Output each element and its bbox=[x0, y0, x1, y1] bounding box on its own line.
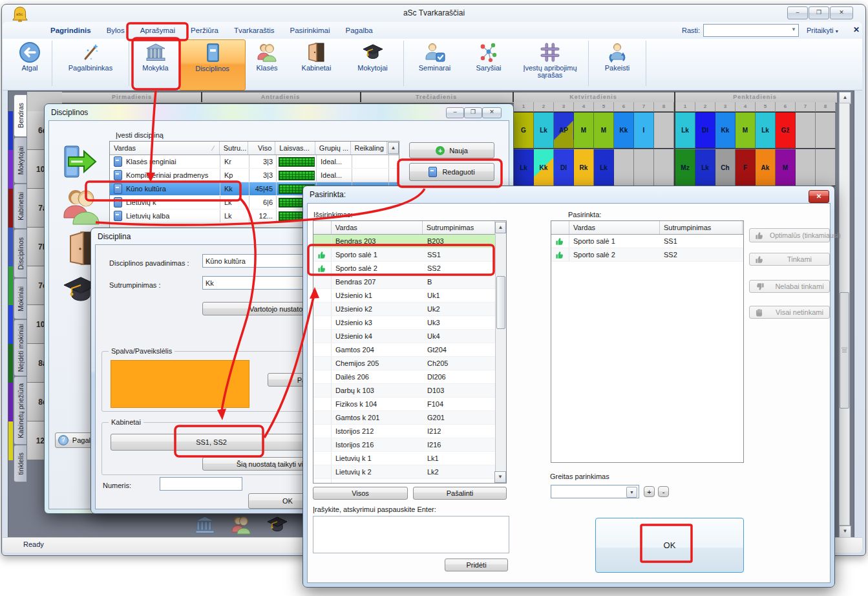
chevron-down-icon[interactable]: ▼ bbox=[626, 487, 637, 498]
column-header-5[interactable]: Grupių ... bbox=[315, 142, 351, 154]
room-row-uk4[interactable]: Užsienio k4Uk4 bbox=[313, 330, 496, 343]
all-button[interactable]: Visos bbox=[313, 487, 408, 500]
sidebar-tab-ne-d-ti-mokiniai[interactable]: Neįdėti mokiniai bbox=[14, 319, 26, 376]
column-header-sutrumpinimas[interactable]: Sutrumpinimas bbox=[660, 221, 743, 234]
lesson-cell-dl[interactable]: Dl bbox=[695, 112, 715, 149]
room-row-f104[interactable]: Fizikos k 104F104 bbox=[313, 398, 496, 411]
room-row-ss1[interactable]: Sporto salė 1SS1 bbox=[313, 248, 496, 262]
room-row-uk3[interactable]: Užsienio k3Uk3 bbox=[313, 316, 496, 330]
column-header-4[interactable]: Laisvas... bbox=[275, 142, 315, 154]
room-row-ss2[interactable]: Sporto salė 2SS2 bbox=[551, 248, 743, 262]
maximize-button[interactable]: ❐ bbox=[809, 6, 829, 19]
enter-icon[interactable] bbox=[61, 144, 98, 180]
chevron-down-icon[interactable]: ▼ bbox=[791, 27, 796, 32]
sidebar-tab-bendras[interactable]: Bendras bbox=[14, 94, 26, 137]
menu-item-bylos[interactable]: Bylos bbox=[99, 23, 132, 37]
number-field[interactable] bbox=[160, 477, 242, 491]
room-row-g201[interactable]: Gamtos k 201G201 bbox=[313, 411, 496, 425]
lesson-cell-empty[interactable] bbox=[796, 149, 816, 186]
close-button[interactable]: ✕ bbox=[830, 6, 853, 19]
lesson-cell-mz[interactable]: Mz bbox=[675, 149, 695, 186]
rooms-button[interactable]: SS1, SS2 bbox=[111, 434, 312, 451]
scroll-down-icon[interactable]: ▼ bbox=[839, 526, 851, 538]
scroll-down-icon[interactable]: ▼ bbox=[494, 471, 506, 483]
column-header-vardas[interactable]: Vardas bbox=[569, 221, 660, 234]
room-row-b203[interactable]: Bendras 203B203 bbox=[313, 235, 496, 248]
lesson-cell-empty[interactable] bbox=[816, 112, 836, 149]
students-icon[interactable] bbox=[60, 186, 101, 227]
menu-item-pagalba[interactable]: Pagalba bbox=[338, 23, 381, 37]
lesson-cell-empty[interactable] bbox=[614, 149, 634, 186]
room-row-ch205[interactable]: Chemijos 205Ch205 bbox=[313, 357, 496, 370]
lesson-cell-lk[interactable]: Lk bbox=[534, 112, 554, 149]
lesson-cell-dl[interactable]: Dl bbox=[554, 149, 574, 186]
menu-item-tvarkaraštis[interactable]: Tvarkaraštis bbox=[226, 23, 282, 37]
toolbar-button-back[interactable]: Atgal bbox=[10, 39, 49, 89]
lesson-cell-empty[interactable] bbox=[634, 149, 654, 186]
scrollbar-track[interactable] bbox=[495, 234, 506, 483]
lesson-cell-empty[interactable] bbox=[796, 112, 816, 149]
ok-button[interactable]: OK bbox=[595, 518, 744, 573]
quick-select-combobox[interactable]: ▼ bbox=[551, 485, 639, 498]
column-header-6[interactable]: Reikaling bbox=[351, 142, 388, 154]
sidebar-tab-kabinetai[interactable]: Kabinetai bbox=[14, 184, 26, 229]
room-row-b[interactable]: Bendras 207B bbox=[313, 275, 496, 289]
sidebar-tab-mokytojai[interactable]: Mokytojai bbox=[14, 137, 26, 184]
lesson-cell-empty[interactable] bbox=[654, 112, 674, 149]
lesson-cell-rk[interactable]: Rk bbox=[574, 149, 594, 186]
room-row-d103[interactable]: Darbų k 103D103 bbox=[313, 384, 496, 398]
disciplinos-minimize-button[interactable]: – bbox=[446, 107, 464, 118]
pasirinkta-close-button[interactable]: ✕ bbox=[809, 190, 829, 203]
sort-icon[interactable]: ∕ bbox=[213, 144, 214, 152]
column-header-vardas[interactable]: Vardas bbox=[332, 221, 423, 234]
disciplinos-close-button[interactable]: ✕ bbox=[482, 107, 502, 118]
lesson-cell-empty[interactable] bbox=[654, 149, 674, 186]
lesson-cell-lk[interactable]: Lk bbox=[514, 149, 534, 186]
menu-item-pagrindinis[interactable]: Pagrindinis bbox=[43, 23, 99, 37]
room-row-i212[interactable]: Istorijos 212I212 bbox=[313, 425, 496, 438]
room-row-dl206[interactable]: Dailės 206Dl206 bbox=[313, 370, 496, 384]
sidebar-tab-mokiniai[interactable]: Mokiniai bbox=[14, 278, 26, 319]
toolbar-button-wand[interactable]: Pagalbininkas bbox=[55, 39, 126, 89]
lesson-cell-m[interactable]: M bbox=[574, 112, 594, 149]
find-input[interactable]: ▼ bbox=[703, 24, 799, 37]
minimize-button[interactable]: – bbox=[787, 6, 808, 19]
room-row-uk2[interactable]: Užsienio k2Uk2 bbox=[313, 303, 496, 316]
column-header-sutrumpinimas[interactable]: Sutrumpinimas bbox=[423, 221, 495, 234]
sidebar-tab-kabinet-prie-i-ra[interactable]: Kabinetų priežiūra bbox=[14, 376, 26, 445]
color-swatch[interactable] bbox=[111, 360, 249, 408]
sidebar-tab-tinklelis[interactable]: tinklelis bbox=[14, 445, 26, 482]
table-row-kompiuteriniai-pradmenys[interactable]: Kompiuteriniai pradmenysKp3|3Ideal... bbox=[110, 169, 399, 182]
room-entry-textarea[interactable] bbox=[313, 516, 509, 553]
room-row-gt204[interactable]: Gamtos 204Gt204 bbox=[313, 343, 496, 357]
room-row-i216[interactable]: Istorijos 216I216 bbox=[313, 438, 496, 452]
column-header-2[interactable]: Sutru... bbox=[220, 142, 249, 154]
search-close-icon[interactable]: ✕ bbox=[853, 25, 860, 34]
toolbar-button-students[interactable]: Klasės bbox=[246, 39, 288, 89]
remove-button[interactable]: Pašalinti bbox=[413, 487, 507, 500]
lesson-cell-lk[interactable]: Lk bbox=[756, 112, 776, 149]
rank-button-3[interactable]: Nelabai tinkami bbox=[749, 280, 830, 293]
room-row-lk2[interactable]: Lietuvių k 2Lk2 bbox=[313, 465, 496, 479]
add-button[interactable]: Pridėti bbox=[445, 559, 508, 571]
lesson-cell-m[interactable]: M bbox=[776, 149, 796, 186]
room-row-lk1[interactable]: Lietuvių k 1Lk1 bbox=[313, 452, 496, 465]
room-row-uk1[interactable]: Užsienio k1Uk1 bbox=[313, 289, 496, 303]
lesson-cell-ap[interactable]: AP bbox=[554, 112, 574, 149]
lesson-cell-f[interactable]: F bbox=[736, 149, 756, 186]
toolbar-button-door[interactable]: Kabinetai bbox=[288, 39, 344, 89]
lesson-cell-lk[interactable]: Lk bbox=[594, 149, 614, 186]
quick-add-button[interactable]: + bbox=[644, 486, 655, 497]
room-row-ss2[interactable]: Sporto salė 2SS2 bbox=[313, 262, 496, 275]
lesson-cell-kk[interactable]: Kk bbox=[715, 112, 736, 149]
lesson-cell-ch[interactable]: Ch bbox=[715, 149, 736, 186]
rank-button-4[interactable]: Visai netinkami bbox=[749, 306, 830, 319]
lesson-cell-empty[interactable] bbox=[816, 149, 836, 186]
toolbar-button-seminar[interactable]: Seminarai bbox=[407, 39, 463, 89]
toolbar-button-gradcap[interactable]: Mokytojai bbox=[344, 39, 401, 89]
room-row-ss1[interactable]: Sporto salė 1SS1 bbox=[551, 235, 743, 248]
toolbar-button-relations[interactable]: Saryšiai bbox=[463, 39, 514, 89]
menu-item-pasirinkimai[interactable]: Pasirinkimai bbox=[282, 23, 338, 37]
lesson-cell-lk[interactable]: Lk bbox=[695, 149, 715, 186]
scrollbar-thumb[interactable] bbox=[496, 276, 505, 329]
